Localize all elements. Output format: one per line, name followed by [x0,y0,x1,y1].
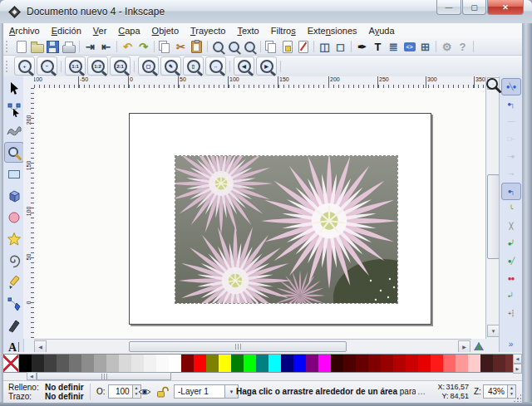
color-swatch[interactable] [194,355,206,372]
menu-item[interactable]: Archivo [3,23,46,38]
palette-next-button[interactable]: ▶ [513,364,522,374]
color-swatch[interactable] [106,355,119,372]
snap-bbox-button[interactable]: ●┐ [501,95,521,113]
ungroup-button[interactable]: ◻ [332,39,348,54]
zoom-selection-button[interactable] [210,39,226,54]
color-swatch[interactable] [69,355,81,372]
palette-prev-button[interactable]: ◀ [513,354,522,364]
zoom-drawing-button[interactable] [226,39,242,54]
tool-spiral[interactable] [4,250,24,271]
snap-midpoints-button[interactable]: ●● [501,270,521,287]
menu-item[interactable]: Trayecto [185,23,231,38]
color-swatch[interactable] [244,355,256,372]
color-swatch[interactable] [256,355,268,372]
color-swatch[interactable] [468,355,480,372]
menu-item[interactable]: Texto [231,23,264,38]
layer-lock-icon[interactable] [156,386,169,399]
save-button[interactable] [45,39,61,54]
new-document-button[interactable] [13,39,29,54]
align-dialog-button[interactable]: ⊞ [417,39,433,54]
cut-button[interactable]: ✂ [173,39,189,54]
minimize-button[interactable]: — [436,0,461,15]
undo-button[interactable]: ↶ [120,39,135,54]
tool-zoom[interactable] [4,142,24,163]
zoom-1-1-button[interactable]: 1:1 [65,56,86,76]
xml-editor-button[interactable]: <> [401,39,417,54]
preferences-button[interactable]: ⚙ [439,39,455,54]
tool-selector[interactable] [4,77,24,98]
menu-item[interactable]: Capa [112,23,145,38]
zoom-1-2-button[interactable]: 1:2 [87,56,108,76]
current-layer-field[interactable]: -Layer 1 [174,384,225,399]
vertical-ruler[interactable]: 200150100500 [23,88,35,339]
snap-bbox-edges-button[interactable]: ┄┄ [501,113,521,130]
zoom-previous-button[interactable]: ◀ [234,56,254,76]
tool-calligraphy[interactable] [4,315,24,335]
palette-scrollbar-thumb[interactable] [37,372,171,380]
color-swatch[interactable] [281,355,293,372]
snap-nodes-button[interactable]: ●╮ [501,183,521,200]
snapbar-overflow-chevron[interactable]: » [509,340,514,349]
snap-rotation-centers-button[interactable]: +┆ [501,305,521,322]
menu-item[interactable]: Ver [87,23,113,38]
color-swatch[interactable] [480,355,493,372]
color-swatch[interactable] [318,355,331,372]
palette-scrollbar[interactable]: ◀ [27,373,201,379]
color-swatch[interactable] [131,355,144,372]
color-swatch[interactable] [57,355,69,372]
color-swatch[interactable] [94,355,106,372]
canvas[interactable] [34,88,485,339]
clone-button[interactable] [279,39,295,54]
color-swatch[interactable] [418,355,431,372]
snap-enable-button[interactable]: ●╲● [501,78,521,95]
toolbar-grip[interactable] [6,61,10,72]
text-dialog-button[interactable]: T [370,39,386,54]
zoom-in-button[interactable]: + [14,56,35,76]
fill-stroke-indicator[interactable]: Relleno:No definir Trazo:No definir [8,383,84,401]
snap-object-centers-button[interactable]: ▪┘ [501,287,521,305]
color-swatch[interactable] [443,355,456,372]
color-swatch[interactable] [268,355,281,372]
title-bar[interactable]: Documento nuevo 4 - Inkscape — ▢ ✕ [0,0,532,24]
unlink-clone-button[interactable] [295,39,311,54]
document-properties-button[interactable]: ? [455,39,470,54]
color-swatch[interactable] [206,355,219,372]
color-managed-view-button[interactable] [471,340,485,352]
zoom-2-1-button[interactable]: 2:1 [110,56,131,76]
color-swatch[interactable] [343,355,356,372]
tool-bezier[interactable] [4,293,24,314]
menu-item[interactable]: Filtros [265,23,302,38]
paste-button[interactable] [189,39,204,54]
opacity-spinbox[interactable]: 100 ▲▼ [108,384,141,399]
export-button[interactable]: ⇤ [98,39,114,54]
color-swatch[interactable] [356,355,368,372]
scroll-down-button[interactable]: ▼ [487,325,500,337]
zoom-spinbox[interactable]: 43% ▲▼ [483,384,516,399]
layer-visibility-eye-icon[interactable] [138,387,151,399]
import-button[interactable]: ⇥ [82,39,98,54]
horizontal-scrollbar-thumb[interactable] [129,341,347,352]
snap-bbox-midpoints-button[interactable]: ┄● [501,148,521,165]
menu-item[interactable]: Edición [46,23,87,38]
snap-smooth-nodes-button[interactable]: ●╱ [501,252,521,270]
color-swatch[interactable] [32,355,44,372]
cactus-flowers-photo[interactable] [175,155,398,304]
vertical-scrollbar[interactable]: ▲ ▼ [485,76,500,339]
fill-stroke-dialog-button[interactable]: ✒ [354,39,370,54]
tool-node-editor[interactable] [4,99,24,120]
vertical-scrollbar-thumb[interactable] [487,174,500,259]
color-swatch[interactable] [156,355,169,372]
menu-item[interactable]: Objeto [146,23,185,38]
toolbar-grip[interactable] [6,41,10,52]
color-swatch[interactable] [493,355,505,372]
snap-bbox-corners-button[interactable]: □┄ [501,130,521,148]
color-swatch[interactable] [231,355,244,372]
layers-dialog-button[interactable]: ≣ [386,39,401,54]
color-swatch[interactable] [456,355,468,372]
color-swatch[interactable] [81,355,94,372]
color-swatch[interactable] [431,355,443,372]
color-swatch[interactable] [219,355,231,372]
print-button[interactable] [61,39,76,54]
zoom-drawing-button[interactable]: ✎ [160,56,181,76]
color-swatch[interactable] [169,355,181,372]
